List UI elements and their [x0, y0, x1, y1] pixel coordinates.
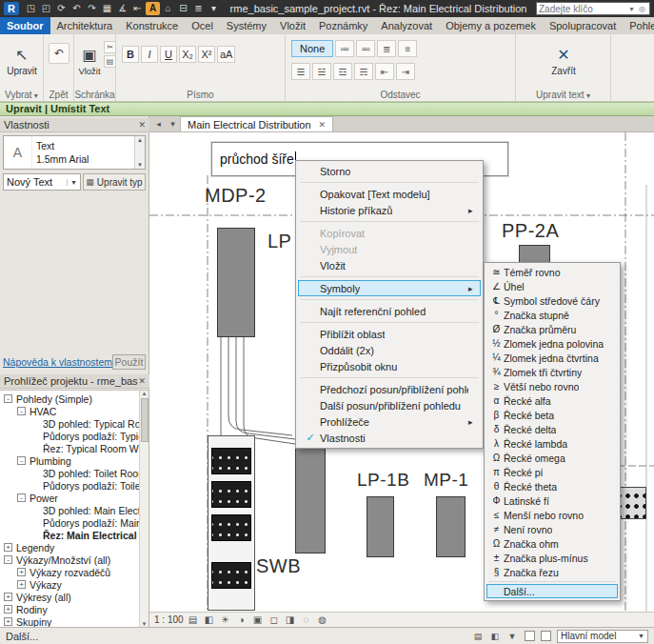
panel-label-select[interactable]: Vybrat [0, 90, 43, 100]
crop-view-icon[interactable]: ▣ [251, 614, 265, 625]
tree-item[interactable]: + Skupiny [0, 615, 140, 627]
symbols-submenu-item[interactable]: π Řecké pí [486, 465, 618, 479]
3d-view-icon[interactable]: ⌂ [161, 2, 175, 15]
scroll-up-icon[interactable]: ▲ [137, 137, 143, 143]
close-properties-icon[interactable]: ✕ [138, 120, 146, 130]
shadows-icon[interactable]: ◑ [235, 614, 248, 625]
symbols-submenu-item[interactable]: Ω Řecké omega [486, 451, 618, 465]
context-menu-item[interactable]: Symboly [298, 280, 481, 296]
redo-icon[interactable]: ↷ [85, 2, 99, 15]
italic-button[interactable]: I [141, 46, 158, 63]
tree-scrollbar[interactable]: ▲ ▼ [139, 390, 149, 627]
context-menu-item[interactable]: Historie příkazů [298, 202, 481, 218]
switchboard-module[interactable] [211, 481, 251, 508]
close-tab-icon[interactable]: ✕ [319, 120, 327, 130]
design-options-select[interactable]: Hlavní model ▼ [557, 630, 648, 643]
tree-expander-icon[interactable]: + [17, 580, 26, 589]
close-text-button[interactable]: ✕ Zavřít [543, 37, 585, 85]
tree-expander-icon[interactable]: + [4, 543, 12, 552]
switchboard-module[interactable] [211, 448, 251, 474]
section-icon[interactable]: ⊟ [176, 2, 190, 15]
worksets-icon[interactable]: ▤ [471, 632, 485, 641]
ribbon-tab[interactable]: Spolupracovat [543, 17, 623, 34]
thin-lines-icon[interactable]: ≣ [191, 2, 206, 15]
context-menu-item[interactable]: Vlastnosti [298, 430, 481, 446]
panel-mp1[interactable] [436, 496, 466, 557]
context-menu-item[interactable]: Najít referenční pohled [298, 303, 481, 319]
open-icon[interactable]: ◳ [24, 2, 38, 15]
measure-icon[interactable]: ∡ [115, 2, 129, 15]
tree-item[interactable]: - Power [0, 492, 140, 504]
close-browser-icon[interactable]: ✕ [138, 376, 146, 386]
tree-expander-icon[interactable] [30, 432, 39, 440]
context-menu-item[interactable]: Opakovat [Text modelu] [298, 186, 481, 202]
symbols-submenu-item[interactable]: ≠ Není rovno [486, 522, 618, 536]
tree-expander-icon[interactable] [30, 419, 39, 428]
select-filter-icon[interactable]: ▼ [505, 632, 519, 641]
tree-item[interactable]: Řez: Typical Room WSHP [0, 442, 140, 454]
temporary-hide-icon[interactable]: ◨ [284, 614, 297, 625]
analytical-model-icon[interactable]: ◍ [316, 614, 329, 625]
symbols-submenu-item[interactable]: Další... [486, 584, 618, 598]
tree-expander-icon[interactable]: + [4, 605, 12, 614]
context-menu-item[interactable] [300, 299, 479, 300]
context-menu-item[interactable]: Vložit [298, 257, 481, 273]
apply-button[interactable]: Použít [112, 354, 146, 370]
ribbon-tab[interactable]: Systémy [220, 17, 273, 34]
properties-help-link[interactable]: Nápověda k vlastnostem [3, 356, 112, 368]
tree-item[interactable]: Půdorys podlaží: Typical F [0, 430, 140, 442]
context-menu-item[interactable]: Přiblížit oblast [298, 326, 481, 342]
symbols-submenu-item[interactable]: Ø Značka průměru [486, 322, 618, 336]
panel-label-edit-text[interactable]: Upravit text [516, 90, 610, 100]
numbered-list-icon[interactable]: ≕ [356, 40, 375, 57]
revit-logo-icon[interactable]: R [4, 2, 19, 15]
ribbon-tab[interactable]: Objemy a pozemek [439, 17, 543, 34]
subscript-button[interactable]: X₂ [179, 46, 196, 63]
cut-icon[interactable]: ✂ [104, 41, 116, 53]
scroll-down-icon[interactable]: ▼ [137, 162, 143, 168]
symbols-submenu-item[interactable]: ° Značka stupně [486, 308, 618, 322]
sync-icon[interactable]: ⟳ [54, 2, 69, 15]
context-menu-item[interactable] [300, 322, 479, 323]
switchboard-module[interactable] [211, 514, 251, 541]
tree-expander-icon[interactable] [30, 444, 39, 453]
symbols-submenu-item[interactable]: ≥ Větší nebo rovno [486, 379, 618, 393]
ribbon-tab[interactable]: Pohled [623, 17, 654, 34]
edit-type-button[interactable]: ▦ Upravit typ [83, 173, 146, 191]
tree-expander-icon[interactable]: - [4, 394, 12, 403]
undo-button[interactable]: ↶ [49, 43, 69, 64]
drawing-label-mp1[interactable]: MP-1 [424, 470, 468, 491]
modify-button[interactable]: ↖ Upravit [5, 37, 39, 85]
superscript-button[interactable]: X² [198, 46, 215, 63]
ribbon-tab[interactable]: Architektura [50, 17, 120, 34]
editable-only-checkbox[interactable] [525, 631, 535, 641]
lowercase-list-icon[interactable]: ≡ [398, 40, 417, 57]
qat-more-icon[interactable]: ▾ [207, 2, 221, 15]
symbols-submenu-item[interactable]: ½ Zlomek jedna polovina [486, 336, 618, 351]
tree-item[interactable]: + Legendy [0, 541, 140, 553]
search-input[interactable] [539, 4, 626, 14]
tree-expander-icon[interactable]: - [17, 493, 26, 502]
tree-item[interactable]: Řez: Main Electrical Dist [0, 529, 140, 541]
context-menu-item[interactable]: Prohlížeče [298, 413, 481, 430]
tree-item[interactable]: - Pohledy (Simple) [0, 392, 140, 405]
symbols-submenu-item[interactable]: ¼ Zlomek jedna čtvrtina [486, 351, 618, 365]
tree-expander-icon[interactable] [30, 481, 39, 490]
panel-mdp1[interactable] [295, 434, 326, 553]
symbols-submenu-item[interactable]: ± Značka plus-mínus [486, 551, 618, 565]
tree-expander-icon[interactable]: + [4, 593, 12, 601]
panel-mdp2[interactable] [217, 228, 255, 337]
copy-icon[interactable]: ▤ [104, 55, 116, 68]
visual-style-icon[interactable]: ◧ [203, 614, 216, 625]
context-menu-item[interactable]: Kopírovat [298, 225, 481, 241]
panel-lp1b[interactable] [367, 496, 394, 557]
bold-button[interactable]: B [122, 46, 139, 63]
symbols-submenu-item[interactable]: λ Řecké lambda [486, 436, 618, 451]
increase-indent-icon[interactable]: ⇥ [396, 63, 415, 80]
design-options-icon[interactable]: ◧ [488, 632, 502, 641]
view-tab[interactable]: Main Electrical Distribution ✕ [180, 116, 333, 131]
tree-expander-icon[interactable] [30, 469, 39, 477]
tree-expander-icon[interactable]: - [17, 456, 26, 465]
justify-icon[interactable]: ☴ [354, 63, 373, 80]
symbols-submenu-item[interactable]: δ Řecké delta [486, 422, 618, 436]
